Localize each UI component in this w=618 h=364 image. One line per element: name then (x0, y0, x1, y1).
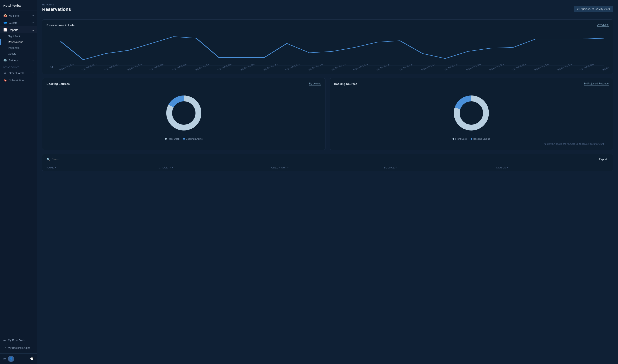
svg-text:2020-05-07: 2020-05-07 (194, 63, 211, 71)
guests-icon: 👥 (3, 21, 7, 24)
front-desk-icon: ↩ (3, 339, 6, 342)
svg-text:2020-05-06: 2020-05-06 (172, 63, 188, 71)
svg-text:2020-05-05: 2020-05-05 (148, 63, 165, 71)
svg-text:2020-05-16: 2020-05-16 (398, 63, 414, 71)
chevron-down-icon: ▾ (33, 14, 34, 17)
svg-text:2020-05-20: 2020-05-20 (488, 63, 505, 71)
svg-text:2020-05-13: 2020-05-13 (330, 63, 347, 71)
svg-text:2020-05-02: 2020-05-02 (81, 63, 97, 71)
sidebar-item-label: Other Hotels (9, 72, 24, 75)
svg-text:2020-05-03: 2020-05-03 (104, 63, 120, 71)
svg-text:2020-05-10: 2020-05-10 (262, 63, 279, 71)
donut-volume-card: Booking Sources By Volume (42, 78, 325, 150)
line-chart: 0 2020-05-01 2020-05-02 2020-05-03 2020-… (47, 29, 609, 71)
sidebar-item-payments[interactable]: Payments (0, 45, 37, 51)
hotel-icon: 🏨 (3, 14, 7, 17)
sidebar-bottom: ↩ My Front Desk ↩ My Booking Engine (0, 335, 37, 353)
front-desk-rev-label: Front Desk (455, 138, 467, 140)
svg-text:2020-05-04: 2020-05-04 (126, 63, 143, 71)
line-chart-toggle[interactable]: By Volume (597, 23, 609, 27)
svg-text:2020-05-08: 2020-05-08 (216, 63, 233, 71)
svg-text:2020-05-22: 2020-05-22 (533, 63, 550, 71)
export-button[interactable]: Export (597, 157, 609, 162)
line-chart-svg: 0 2020-05-01 2020-05-02 2020-05-03 2020-… (47, 29, 609, 71)
settings-icon: ⚙️ (3, 59, 7, 62)
table-toolbar: 🔍 Export (42, 154, 613, 164)
chevron-down-icon: ▾ (33, 59, 34, 62)
sidebar-item-my-hotel[interactable]: 🏨 My Hotel ▾ (0, 12, 37, 19)
sidebar: Hotel Yorba 🏨 My Hotel ▾ 👥 Guests ▾ 📈 Re… (0, 0, 37, 364)
booking-engine-label: Booking Engine (186, 138, 203, 140)
svg-text:2020-05-17: 2020-05-17 (420, 63, 437, 71)
svg-text:2020-05-15: 2020-05-15 (375, 63, 391, 71)
table-header: NAME ▾ CHECK IN ▾ CHECK OUT ▾ SOURCE ▾ S… (42, 164, 613, 171)
sidebar-item-other-hotels[interactable]: 🗂 Other Hotels ▾ (0, 69, 37, 77)
main-body: Reservations in Hotel By Volume 0 2020-0… (37, 15, 618, 176)
donut-revenue-toggle[interactable]: By Projected Revenue (584, 82, 609, 85)
line-chart-title: Reservations in Hotel (47, 24, 75, 27)
other-hotels-icon: 🗂 (3, 71, 7, 75)
col-name[interactable]: NAME ▾ (47, 166, 159, 169)
sort-icon: ▾ (172, 167, 173, 169)
front-desk-dot (165, 138, 167, 140)
donut-revenue-title: Booking Sources (334, 82, 357, 85)
sort-icon: ▾ (55, 167, 56, 169)
reservations-table: 🔍 Export NAME ▾ CHECK IN ▾ CHECK OUT ▾ (42, 154, 613, 171)
reports-icon: 📈 (3, 28, 7, 31)
sidebar-item-label: Reports (9, 28, 18, 31)
legend-front-desk: Front Desk (165, 138, 179, 140)
svg-text:2020-05-21: 2020-05-21 (511, 63, 527, 71)
breadcrumb: REPORTS (42, 3, 71, 6)
my-account-label: MY ACCOUNT (0, 64, 37, 69)
sidebar-item-label: My Hotel (9, 14, 19, 17)
col-checkin[interactable]: CHECK IN ▾ (159, 166, 271, 169)
sidebar-item-label: Subscription (9, 78, 24, 82)
donut-charts-row: Booking Sources By Volume (42, 78, 613, 150)
donut-volume-title: Booking Sources (47, 82, 70, 85)
search-icon: 🔍 (47, 158, 50, 161)
svg-text:2020-05-11: 2020-05-11 (284, 63, 301, 71)
svg-text:2020-05-24: 2020-05-24 (578, 63, 595, 71)
hotel-name: Hotel Yorba (0, 0, 37, 10)
line-chart-header: Reservations in Hotel By Volume (47, 23, 609, 27)
chart-note: * Figures in charts are rounded up to ne… (334, 141, 609, 147)
svg-text:2020-05-18: 2020-05-18 (443, 63, 459, 71)
transfer-icon[interactable]: ⇄ (3, 357, 6, 361)
chevron-up-icon: ▴ (33, 29, 34, 31)
donut-volume-toggle[interactable]: By Volume (309, 82, 321, 85)
page-title: Reservations (42, 7, 71, 12)
sidebar-item-guests[interactable]: 👥 Guests ▾ (0, 19, 37, 26)
legend-booking-engine: Booking Engine (183, 138, 203, 140)
avatar[interactable]: 👤 (8, 356, 14, 362)
booking-engine-rev-dot (471, 138, 472, 140)
donut-revenue-header: Booking Sources By Projected Revenue (334, 82, 609, 85)
sidebar-item-settings[interactable]: ⚙️ Settings ▾ (0, 57, 37, 64)
sidebar-nav: 🏨 My Hotel ▾ 👥 Guests ▾ 📈 Reports ▴ Nigh… (0, 10, 37, 335)
sort-icon: ▾ (287, 167, 289, 169)
sidebar-item-subscription[interactable]: 🔖 Subscription (0, 77, 37, 84)
col-source[interactable]: SOURCE ▾ (384, 166, 496, 169)
line-chart-card: Reservations in Hotel By Volume 0 2020-0… (42, 19, 613, 74)
chevron-down-icon: ▾ (33, 22, 34, 24)
svg-text:2020-05-25: 2020-05-25 (601, 63, 609, 71)
search-input[interactable] (52, 158, 85, 161)
message-icon[interactable]: 💬 (30, 357, 34, 361)
col-status[interactable]: STATUS ▾ (496, 166, 609, 169)
booking-engine-button[interactable]: ↩ My Booking Engine (0, 344, 37, 352)
date-range-button[interactable]: 22 Apr 2020 to 22 May 2020 (574, 6, 613, 12)
chevron-down-icon: ▾ (33, 72, 34, 74)
svg-text:2020-05-23: 2020-05-23 (556, 63, 573, 71)
donut-revenue-card: Booking Sources By Projected Revenue (330, 78, 613, 150)
front-desk-label: Front Desk (168, 138, 179, 140)
front-desk-button[interactable]: ↩ My Front Desk (0, 337, 37, 344)
svg-text:2020-05-19: 2020-05-19 (465, 63, 482, 71)
sidebar-item-label: Guests (9, 21, 17, 24)
sidebar-item-guests-sub[interactable]: Guests (0, 51, 37, 57)
sidebar-item-reservations[interactable]: Reservations (0, 39, 37, 45)
donut-volume-chart (47, 88, 321, 136)
user-bar: ⇄ 👤 💬 (0, 353, 37, 364)
col-checkout[interactable]: CHECK OUT ▾ (271, 166, 384, 169)
front-desk-rev-dot (453, 138, 454, 140)
sidebar-item-reports[interactable]: 📈 Reports ▴ (0, 26, 37, 33)
sidebar-item-night-audit[interactable]: Night Audit (0, 33, 37, 39)
